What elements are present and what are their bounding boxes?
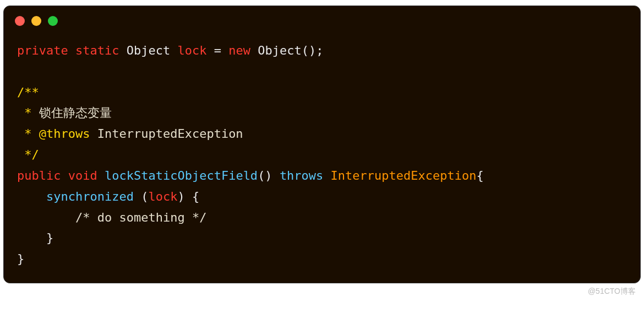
close-icon[interactable] — [15, 16, 25, 26]
minimize-icon[interactable] — [31, 16, 41, 26]
op-eq: = — [206, 44, 228, 57]
doc-exception: InterruptedException — [90, 127, 243, 141]
keyword-synchronized: synchronized — [46, 190, 134, 203]
keyword-private: private — [17, 44, 68, 57]
brace-close: } — [17, 252, 24, 266]
doc-end: */ — [17, 148, 39, 162]
window-header — [4, 6, 640, 30]
paren-close-brace: ) { — [177, 190, 199, 203]
parens: () — [258, 169, 272, 182]
doc-star: * — [17, 106, 39, 120]
keyword-void: void — [68, 169, 97, 182]
var-lock: lock — [148, 190, 177, 203]
exception-type: InterruptedException — [331, 169, 477, 182]
ctor-object: Object — [258, 44, 301, 57]
indent — [17, 211, 75, 224]
type-object: Object — [127, 44, 170, 57]
method-name: lockStaticObjectField — [105, 169, 258, 182]
doc-star: * — [17, 127, 39, 141]
maximize-icon[interactable] — [48, 16, 58, 26]
watermark: @51CTO博客 — [588, 287, 636, 297]
brace-open: { — [477, 169, 484, 182]
paren-open: ( — [134, 190, 149, 203]
parens: (); — [302, 44, 324, 57]
doc-text: 锁住静态变量 — [39, 106, 112, 120]
doc-start: /** — [17, 85, 39, 99]
indent — [17, 190, 46, 203]
keyword-static: static — [75, 44, 119, 57]
brace-close: } — [17, 231, 53, 245]
keyword-throws: throws — [280, 169, 323, 182]
code-content: private static Object lock = new Object(… — [4, 30, 640, 283]
keyword-new: new — [228, 44, 250, 57]
code-window: private static Object lock = new Object(… — [3, 6, 641, 283]
doc-at-throws: @throws — [39, 127, 90, 141]
var-lock: lock — [177, 44, 206, 57]
inline-comment: /* do something */ — [75, 211, 206, 224]
keyword-public: public — [17, 169, 61, 182]
